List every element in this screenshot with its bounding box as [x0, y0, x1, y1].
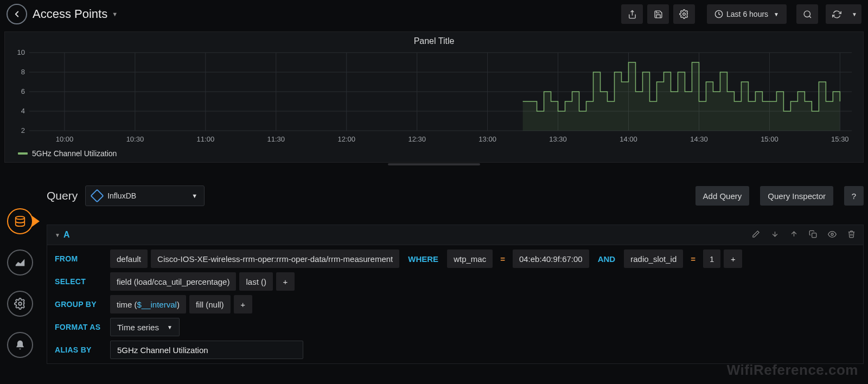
chart-icon: [14, 257, 26, 268]
formatas-value: Time series: [117, 323, 159, 332]
formatas-row: FORMAT AS Time series ▼: [47, 316, 863, 338]
tab-alert[interactable]: [7, 332, 33, 358]
move-up-button[interactable]: [790, 230, 798, 240]
zoom-out-button[interactable]: [796, 4, 818, 24]
back-button[interactable]: [7, 4, 27, 24]
query-editor: Query InfluxDB ▼ Add Query Query Inspect…: [47, 183, 864, 364]
legend-swatch: [18, 152, 28, 155]
arrow-left-icon: [12, 9, 22, 19]
refresh-interval-button[interactable]: ▼: [847, 4, 861, 24]
edit-query-button[interactable]: [752, 230, 760, 240]
add-query-button[interactable]: Add Query: [695, 186, 750, 206]
hide-query-button[interactable]: [828, 230, 837, 240]
delete-query-button[interactable]: [847, 230, 856, 240]
svg-line-4: [809, 16, 810, 17]
datasource-picker[interactable]: InfluxDB ▼: [85, 185, 205, 206]
svg-point-44: [831, 233, 833, 235]
groupby-time-post: ): [177, 300, 180, 309]
settings-button[interactable]: [673, 4, 695, 24]
tab-visualization[interactable]: [7, 249, 33, 276]
arrow-up-icon: [790, 230, 798, 238]
groupby-time-pre: time (: [117, 300, 137, 309]
svg-text:13:00: 13:00: [478, 135, 496, 143]
where-op-2[interactable]: =: [686, 249, 700, 268]
panel-resize-handle[interactable]: [0, 163, 868, 166]
groupby-row: GROUP BY time ($__interval) fill (null) …: [47, 293, 863, 316]
share-icon: [628, 10, 637, 19]
duplicate-query-button[interactable]: [809, 230, 817, 240]
select-agg-segment[interactable]: last (): [239, 272, 273, 291]
page-title[interactable]: Access Points ▼: [33, 7, 118, 21]
from-policy-segment[interactable]: default: [110, 249, 148, 268]
query-inspector-button[interactable]: Query Inspector: [760, 186, 833, 206]
tab-queries[interactable]: [7, 208, 33, 234]
search-icon: [803, 10, 812, 19]
gear-outline-icon: [14, 298, 26, 310]
and-keyword: AND: [592, 249, 621, 268]
help-button[interactable]: ?: [844, 186, 864, 206]
aliasby-label: ALIAS BY: [55, 341, 107, 359]
svg-text:14:00: 14:00: [620, 135, 637, 143]
chart-area[interactable]: 24681010:0010:3011:0011:3012:0012:3013:0…: [5, 48, 863, 146]
trash-icon: [847, 230, 856, 238]
legend-label[interactable]: 5GHz Channel Utilization: [32, 149, 117, 158]
chevron-down-icon: ▼: [852, 11, 857, 17]
save-button[interactable]: [647, 4, 669, 24]
drag-handle-bar: [388, 163, 480, 165]
tab-general[interactable]: [7, 291, 33, 317]
where-field-2[interactable]: radio_slot_id: [624, 249, 683, 268]
save-icon: [654, 10, 663, 19]
select-label: SELECT: [55, 272, 107, 291]
query-letter[interactable]: ▼ A: [55, 230, 69, 240]
chevron-down-icon: ▼: [55, 232, 60, 238]
editor-side-rail: [4, 208, 36, 358]
query-row-actions: [752, 230, 856, 240]
where-field-1[interactable]: wtp_mac: [447, 249, 493, 268]
groupby-fill-segment[interactable]: fill (null): [189, 295, 231, 313]
where-keyword: WHERE: [403, 249, 444, 268]
svg-text:10:00: 10:00: [56, 135, 74, 143]
formatas-select[interactable]: Time series ▼: [110, 318, 180, 336]
where-op-1[interactable]: =: [496, 249, 509, 268]
aliasby-row: ALIAS BY 5GHz Channel Utilization: [47, 338, 863, 361]
add-select-segment[interactable]: +: [276, 272, 295, 291]
add-groupby-segment[interactable]: +: [234, 295, 252, 313]
groupby-time-var: $__interval: [137, 300, 177, 309]
time-range-picker[interactable]: Last 6 hours ▼: [707, 4, 787, 24]
select-field-segment[interactable]: field (load/cca_util_percentage): [110, 272, 236, 291]
svg-text:11:30: 11:30: [267, 135, 285, 143]
aliasby-input[interactable]: 5GHz Channel Utilization: [110, 341, 303, 359]
chevron-down-icon: ▼: [112, 11, 118, 17]
svg-point-1: [683, 13, 686, 16]
query-body: ▼ A: [47, 225, 864, 364]
refresh-group: ▼: [824, 4, 861, 24]
groupby-time-segment[interactable]: time ($__interval): [110, 295, 186, 313]
panel: Panel Title 24681010:0010:3011:0011:3012…: [4, 31, 864, 163]
where-value-1[interactable]: 04:eb:40:9f:67:00: [513, 249, 589, 268]
svg-text:12:00: 12:00: [337, 135, 355, 143]
svg-text:15:30: 15:30: [831, 135, 849, 143]
svg-rect-43: [812, 233, 816, 237]
toolbar-icon-group: [619, 4, 695, 24]
where-value-2[interactable]: 1: [703, 249, 720, 268]
datasource-name: InfluxDB: [107, 191, 136, 200]
svg-point-3: [804, 11, 810, 17]
panel-title: Panel Title: [5, 32, 863, 48]
legend: 5GHz Channel Utilization: [5, 146, 863, 162]
query-row-header: ▼ A: [47, 225, 864, 245]
move-down-button[interactable]: [771, 230, 779, 240]
share-button[interactable]: [621, 4, 643, 24]
watermark: WifiReference.com: [727, 362, 858, 379]
query-letter-text: A: [63, 230, 70, 240]
chevron-down-icon: ▼: [774, 11, 779, 17]
svg-text:12:30: 12:30: [408, 135, 426, 143]
bell-icon: [15, 340, 25, 350]
top-bar: Access Points ▼ Last 6 hours ▼ ▼: [0, 0, 868, 28]
svg-point-39: [16, 216, 25, 220]
copy-icon: [809, 230, 817, 238]
add-where-segment[interactable]: +: [724, 249, 742, 268]
from-measurement-segment[interactable]: Cisco-IOS-XE-wireless-rrm-oper:rrm-oper-…: [151, 249, 399, 268]
influxdb-icon: [90, 189, 104, 202]
query-rows-area: FROM default Cisco-IOS-XE-wireless-rrm-o…: [47, 245, 864, 364]
refresh-button[interactable]: [826, 4, 847, 24]
